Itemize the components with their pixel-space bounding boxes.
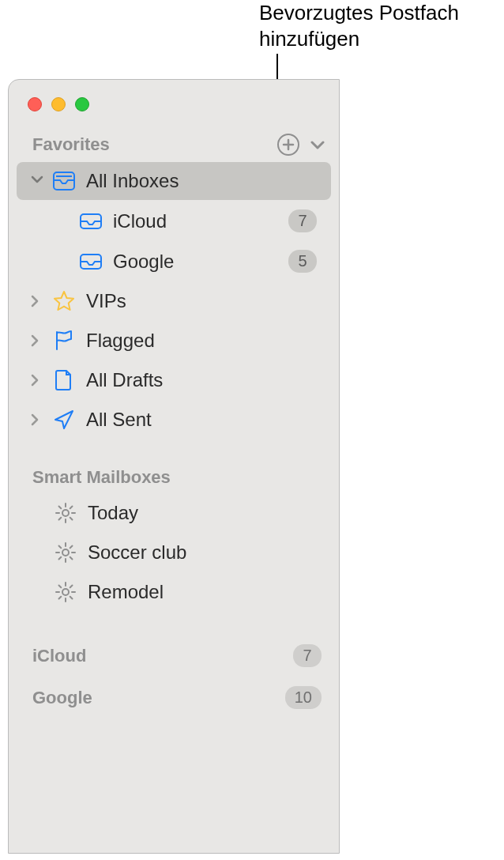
chevron-right-icon[interactable]	[31, 295, 48, 307]
sidebar-item-label: Today	[88, 502, 317, 524]
sidebar-item-icloud-inbox[interactable]: iCloud 7	[17, 202, 331, 240]
sidebar-item-label: All Inboxes	[86, 170, 317, 192]
sidebar-item-label: Soccer club	[88, 541, 317, 564]
sidebar-account-icloud[interactable]: iCloud 7	[9, 635, 339, 677]
gear-icon	[51, 541, 80, 564]
smart-mailboxes-header: Smart Mailboxes	[9, 462, 339, 492]
sidebar-item-label: Flagged	[86, 330, 317, 352]
window-controls	[9, 80, 339, 129]
add-favorite-button[interactable]	[277, 134, 299, 156]
zoom-button[interactable]	[75, 97, 89, 111]
unread-badge: 5	[288, 250, 317, 273]
sidebar-item-google-inbox[interactable]: Google 5	[17, 242, 331, 281]
callout-label: Bevorzugtes Postfach hinzufügen	[259, 0, 504, 51]
document-icon	[50, 369, 78, 391]
sidebar-item-label: Google	[113, 251, 288, 273]
sidebar-item-label: Remodel	[88, 581, 317, 603]
plus-icon	[282, 138, 295, 151]
chevron-down-icon[interactable]	[31, 175, 48, 184]
send-icon	[50, 409, 78, 431]
smart-mailboxes-title: Smart Mailboxes	[32, 467, 171, 488]
sidebar-item-label: VIPs	[86, 290, 317, 312]
account-label: iCloud	[32, 646, 293, 666]
gear-icon	[51, 581, 80, 603]
svg-point-4	[62, 549, 69, 556]
sidebar-item-soccer-club[interactable]: Soccer club	[17, 534, 331, 571]
inbox-icon	[77, 213, 105, 230]
svg-point-5	[62, 589, 69, 595]
inbox-stack-icon	[50, 171, 78, 191]
minimize-button[interactable]	[51, 97, 66, 111]
sidebar-item-flagged[interactable]: Flagged	[17, 322, 331, 360]
sidebar-item-all-inboxes[interactable]: All Inboxes	[17, 162, 331, 200]
favorites-title: Favorites	[32, 134, 110, 155]
chevron-right-icon[interactable]	[31, 413, 48, 426]
sidebar-item-all-sent[interactable]: All Sent	[17, 401, 331, 439]
favorites-header: Favorites	[9, 129, 339, 160]
mail-sidebar-window: Favorites All Inboxes	[8, 79, 340, 854]
sidebar-item-label: All Drafts	[86, 369, 317, 391]
unread-badge: 7	[288, 209, 317, 232]
inbox-icon	[77, 253, 105, 270]
sidebar-item-today[interactable]: Today	[17, 494, 331, 532]
chevron-down-icon[interactable]	[310, 140, 325, 149]
sidebar-item-all-drafts[interactable]: All Drafts	[17, 361, 331, 399]
unread-badge: 7	[293, 644, 322, 667]
gear-icon	[51, 502, 80, 524]
close-button[interactable]	[28, 97, 42, 111]
chevron-right-icon[interactable]	[31, 334, 48, 347]
sidebar-item-vips[interactable]: VIPs	[17, 282, 331, 320]
sidebar-item-label: All Sent	[86, 409, 317, 431]
sidebar-account-google[interactable]: Google 10	[9, 677, 339, 719]
chevron-right-icon[interactable]	[31, 374, 48, 387]
account-label: Google	[32, 688, 285, 708]
sidebar-item-label: iCloud	[113, 210, 288, 232]
svg-point-3	[62, 510, 69, 516]
flag-icon	[50, 330, 78, 352]
star-icon	[50, 290, 78, 312]
unread-badge: 10	[285, 686, 322, 709]
sidebar-item-remodel[interactable]: Remodel	[17, 573, 331, 611]
